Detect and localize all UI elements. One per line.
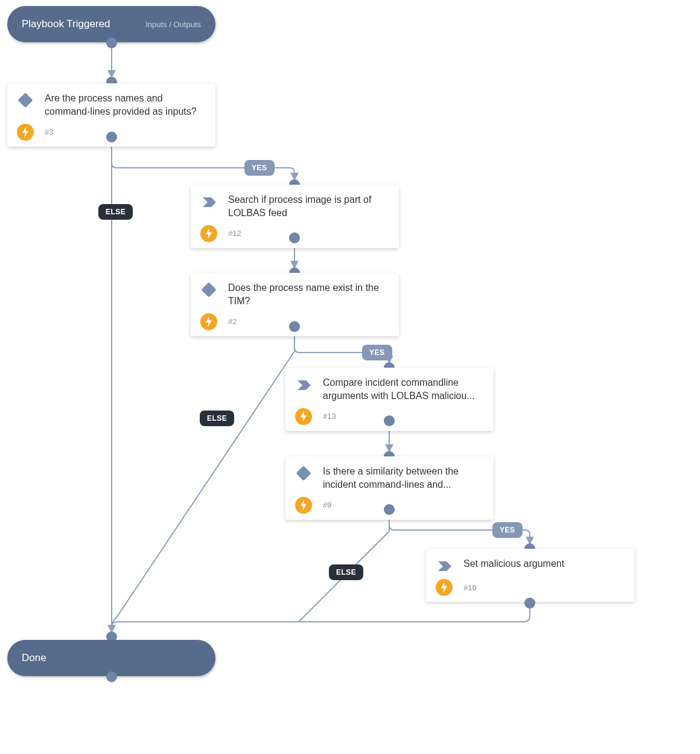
done-node[interactable]: Done	[7, 640, 215, 676]
inputs-outputs-label[interactable]: Inputs / Outputs	[145, 20, 201, 29]
decision-icon	[200, 281, 217, 298]
action-icon	[295, 376, 312, 393]
n13-out-port[interactable]	[384, 415, 395, 426]
n10-out-port[interactable]	[524, 598, 535, 609]
branch-else-9[interactable]: ELSE	[329, 564, 363, 580]
branch-else-3[interactable]: ELSE	[98, 204, 133, 220]
n2-out-port[interactable]	[289, 321, 300, 332]
bolt-icon	[200, 225, 217, 242]
branch-else-2[interactable]: ELSE	[200, 411, 234, 426]
branch-yes-3[interactable]: YES	[244, 160, 275, 176]
bolt-icon	[295, 497, 312, 514]
step-number: #3	[45, 127, 206, 136]
step-number: #9	[323, 500, 484, 510]
step-number: #2	[228, 317, 389, 326]
start-title: Playbook Triggered	[22, 18, 133, 30]
task-text: Compare incident commandline arguments w…	[323, 376, 484, 403]
bolt-icon	[295, 408, 312, 425]
n12-out-port[interactable]	[289, 232, 300, 243]
step-number: #10	[463, 583, 625, 592]
task-card-10[interactable]: Set malicious argument #10	[426, 549, 634, 602]
decision-icon	[295, 465, 312, 482]
step-number: #13	[323, 412, 484, 421]
task-text: Search if process image is part of LOLBA…	[228, 193, 389, 220]
bolt-icon	[17, 124, 34, 141]
branch-yes-2[interactable]: YES	[362, 345, 392, 360]
n3-out-port[interactable]	[106, 132, 117, 142]
done-out-port[interactable]	[106, 671, 117, 682]
bolt-icon	[200, 313, 217, 330]
n9-out-port[interactable]	[384, 504, 395, 515]
task-text: Does the process name exist in the TIM?	[228, 281, 389, 308]
task-text: Set malicious argument	[463, 557, 625, 574]
task-text: Is there a similarity between the incide…	[323, 465, 484, 492]
action-icon	[200, 193, 217, 210]
start-out-port[interactable]	[106, 37, 117, 48]
action-icon	[436, 557, 453, 574]
done-title: Done	[22, 652, 201, 664]
start-node[interactable]: Playbook Triggered Inputs / Outputs	[7, 6, 215, 42]
task-text: Are the process names and command-lines …	[45, 92, 206, 119]
decision-icon	[17, 92, 34, 109]
branch-yes-9[interactable]: YES	[492, 522, 523, 538]
step-number: #12	[228, 229, 389, 238]
bolt-icon	[436, 579, 453, 596]
